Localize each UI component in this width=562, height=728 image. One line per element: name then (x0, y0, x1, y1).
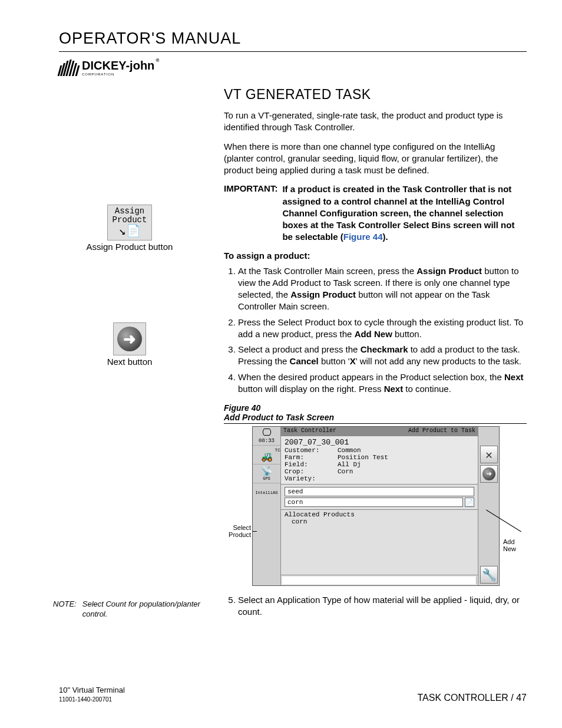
value-farm: Position Test (338, 454, 388, 461)
next-button-illustration: ➜ Next button (59, 322, 200, 367)
steps-list-continued: Select an Application Type of how materi… (224, 594, 527, 618)
task-id: 2007_07_30_001 (285, 438, 474, 447)
brand-subtext: CORPORATION (82, 73, 154, 76)
titlebar-left: Task Controller (283, 427, 336, 436)
cancel-x-button[interactable]: ✕ (480, 446, 498, 463)
next-arrow-icon: ➜ (117, 327, 142, 351)
add-new-icon[interactable]: 📄 (465, 498, 474, 507)
callout-select-product: Select Product (224, 524, 251, 538)
label-crop: Crop: (285, 468, 338, 475)
step-1: At the Task Controller Main screen, pres… (238, 265, 527, 313)
note-block: NOTE: Select Count for population/plante… (53, 599, 206, 620)
screen-bottom-bar (281, 575, 478, 585)
alloc-item: corn (285, 518, 474, 525)
value-crop: Corn (338, 468, 353, 475)
next-arrow-icon: ➜ (482, 467, 495, 480)
brand-logo: DICKEY-john® CORPORATION (59, 59, 527, 76)
gps-satellite-icon: 📡GPS (253, 465, 280, 483)
logo-bars-icon (59, 60, 78, 76)
monitor-icon: 🖵08:33 (253, 427, 280, 446)
select-product-box[interactable]: corn (285, 498, 463, 507)
screen-right-buttons: ✕ ➜ 🔧 (478, 427, 499, 585)
bottom-slot (282, 577, 477, 584)
step-3: Select a product and press the Checkmark… (238, 344, 527, 368)
footer-page: 47 (516, 693, 527, 703)
figure-caption: Add Product to Task Screen (224, 413, 527, 424)
figure-label: Figure 40 (224, 403, 527, 413)
steps-list: At the Task Controller Main screen, pres… (224, 265, 527, 396)
page-footer: 10" Virtual Terminal 11001-1440-200701 T… (59, 686, 527, 703)
value-customer: Common (338, 447, 361, 454)
figure-40: Select Product Add New 🖵08:33 TC🚜 📡GPS I… (252, 426, 500, 586)
assign-label-2: Product (113, 216, 147, 225)
screenshot-screen: 🖵08:33 TC🚜 📡GPS IntelliAG Task Controlle… (252, 426, 500, 586)
tc-tractor-icon: TC🚜 (253, 446, 280, 465)
note-text: Select Count for population/planter cont… (82, 599, 206, 620)
label-farm: Farm: (285, 454, 338, 461)
callout-add-new: Add New (503, 538, 527, 552)
section-heading: VT GENERATED TASK (224, 87, 527, 103)
assign-product-button-illustration: Assign Product ↘📄 Assign Product button (59, 205, 200, 252)
important-text-b: ). (382, 232, 388, 242)
important-block: IMPORTANT: If a product is created in th… (224, 183, 527, 243)
figure-reference-link[interactable]: Figure 44 (343, 232, 383, 242)
titlebar-right: Add Product to Task (408, 427, 475, 436)
footer-partno: 11001-1440-200701 (59, 696, 125, 703)
wrench-button[interactable]: 🔧 (480, 566, 498, 584)
note-label: NOTE: (53, 599, 77, 620)
step-4: When the desired product appears in the … (238, 371, 527, 396)
select-group-box[interactable]: seed (285, 487, 474, 496)
step-2: Press the Select Product box to cycle th… (238, 317, 527, 341)
paragraph-2: When there is more than one channel type… (224, 141, 527, 177)
label-variety: Variety: (285, 475, 338, 482)
footer-section: TASK CONTROLLER (417, 693, 508, 703)
step-5: Select an Application Type of how materi… (238, 594, 527, 618)
next-button[interactable]: ➜ (480, 465, 498, 483)
next-caption: Next button (59, 357, 200, 367)
screen-info-panel: 2007_07_30_001 Customer:Common Farm:Posi… (281, 436, 478, 485)
intelliag-icon: IntelliAG (253, 483, 280, 502)
allocated-products-panel: Allocated Products corn (281, 510, 478, 575)
paragraph-1: To run a VT-generated, single-rate task,… (224, 110, 527, 134)
document-title: OPERATOR'S MANUAL (59, 29, 527, 52)
assign-label-1: Assign (113, 207, 147, 216)
assign-product-icon: ↘📄 (113, 225, 147, 238)
footer-product: 10" Virtual Terminal (59, 686, 125, 696)
alloc-label: Allocated Products (285, 511, 474, 518)
brand-text: DICKEY-john® (82, 59, 154, 72)
assign-heading: To assign a product: (224, 251, 527, 261)
assign-caption: Assign Product button (59, 242, 200, 252)
screen-select-panel: seed corn 📄 (281, 485, 478, 510)
screen-left-icons: 🖵08:33 TC🚜 📡GPS IntelliAG (253, 427, 281, 585)
label-customer: Customer: (285, 447, 338, 454)
important-label: IMPORTANT: (224, 183, 277, 243)
screen-titlebar: Task Controller Add Product to Task (281, 427, 478, 436)
value-field: All Dj (338, 461, 361, 468)
label-field: Field: (285, 461, 338, 468)
important-text-a: If a product is created in the Task Cont… (282, 184, 514, 242)
